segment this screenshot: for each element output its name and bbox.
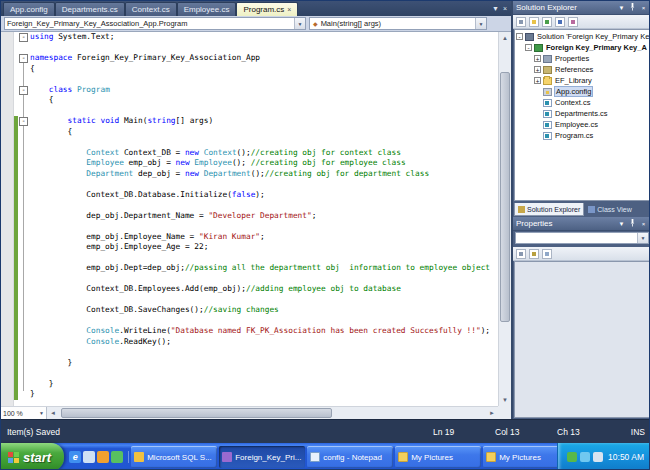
expand-icon[interactable]: +: [534, 66, 541, 73]
volume-icon[interactable]: [593, 452, 603, 462]
code-line: [30, 221, 498, 232]
editor-area: App.configDepartments.csContext.csEmploy…: [1, 1, 511, 419]
code-line: dep_obj.Department_Name = "Developer Dep…: [30, 211, 498, 222]
horizontal-scrollbar[interactable]: ◄ ►: [47, 407, 498, 419]
solution-tree: -Solution 'Foreign Key_Primary Key_A-For…: [514, 29, 650, 201]
window-position-icon[interactable]: ▼: [617, 5, 626, 11]
tree-item-context-cs[interactable]: Context.cs: [515, 97, 649, 108]
zoom-control[interactable]: 100 % ▼: [1, 407, 47, 419]
task-button-foreign-key-pri-[interactable]: Foreign_Key_Pri...: [219, 446, 305, 468]
horizontal-scroll-thumb[interactable]: [61, 408, 332, 418]
tab-departments-cs[interactable]: Departments.cs: [55, 2, 125, 16]
task-button-label: Foreign_Key_Pri...: [235, 453, 301, 462]
code-line: {: [30, 64, 498, 75]
auto-hide-pin-icon[interactable]: [628, 219, 637, 228]
solution-explorer-titlebar[interactable]: Solution Explorer ▼ ×: [513, 1, 650, 15]
start-button[interactable]: start: [1, 443, 64, 470]
task-button-config-notepad[interactable]: config - Notepad: [307, 446, 393, 468]
tree-item-departments-cs[interactable]: Departments.cs: [515, 108, 649, 119]
properties-toolbar: [513, 247, 650, 261]
sql-server-icon: [134, 452, 144, 462]
member-dropdown[interactable]: ◆ Main(string[] args) ▼: [309, 17, 487, 30]
properties-object-dropdown[interactable]: ▼: [515, 232, 649, 244]
csfile-icon: [543, 121, 552, 129]
document-tabs: App.configDepartments.csContext.csEmploy…: [1, 1, 488, 16]
categorized-icon[interactable]: [516, 249, 526, 259]
properties-grid: [514, 261, 650, 418]
properties-titlebar[interactable]: Properties ▼ ×: [513, 217, 650, 231]
scroll-right-icon[interactable]: ►: [486, 407, 498, 419]
window-position-icon[interactable]: ▼: [617, 221, 626, 227]
tree-item-employee-cs[interactable]: Employee.cs: [515, 119, 649, 130]
taskbar: start e Microsoft SQL S...Foreign_Key_Pr…: [1, 443, 650, 470]
close-icon[interactable]: ×: [639, 221, 648, 227]
tree-item-label: References: [554, 65, 594, 74]
vertical-scroll-thumb[interactable]: [500, 72, 510, 322]
network-icon[interactable]: [580, 452, 590, 462]
properties-title: Properties: [516, 219, 615, 228]
expand-icon[interactable]: +: [534, 55, 541, 62]
view-designer-icon[interactable]: [568, 17, 578, 27]
collapse-region-icon[interactable]: -: [19, 117, 28, 126]
tab-employee-cs[interactable]: Employee.cs: [177, 2, 237, 16]
horizontal-scrollbar-row: 100 % ▼ ◄ ►: [1, 406, 498, 419]
collapse-icon[interactable]: -: [516, 33, 523, 40]
view-code-icon[interactable]: [555, 17, 565, 27]
internet-explorer-icon[interactable]: e: [69, 451, 81, 463]
config-icon: [543, 88, 552, 96]
windows-media-player-icon[interactable]: [97, 451, 109, 463]
expand-icon[interactable]: +: [534, 77, 541, 84]
tab-label: Employee.cs: [184, 5, 230, 14]
fold-gutter[interactable]: ----: [18, 32, 30, 406]
csfile-icon: [543, 132, 552, 140]
close-icon[interactable]: ×: [639, 5, 648, 11]
show-desktop-icon[interactable]: [83, 451, 95, 463]
code-line: [30, 179, 498, 190]
close-tab-icon[interactable]: ×: [287, 6, 291, 13]
code-line: using System.Text;: [30, 32, 498, 43]
collapse-region-icon[interactable]: -: [19, 33, 28, 42]
scroll-down-icon[interactable]: ▼: [499, 394, 511, 406]
solution-explorer-title: Solution Explorer: [516, 3, 615, 12]
security-shield-icon[interactable]: [567, 452, 577, 462]
folder-icon: [543, 77, 552, 85]
breakpoint-margin[interactable]: [1, 32, 14, 406]
task-button-microsoft-sql-s-[interactable]: Microsoft SQL S...: [131, 446, 217, 468]
code-editor[interactable]: ---- using System.Text; namespace Foreig…: [1, 32, 511, 419]
tab-context-cs[interactable]: Context.cs: [125, 2, 177, 16]
property-pages-icon[interactable]: [542, 249, 552, 259]
tree-item-ef-library[interactable]: +EF_Library: [515, 75, 649, 86]
collapse-region-icon[interactable]: -: [19, 54, 28, 63]
type-dropdown[interactable]: Foreign_Key_Primary_Key_Association_App.…: [4, 17, 306, 30]
msn-messenger-icon[interactable]: [111, 451, 123, 463]
tab-label: Departments.cs: [62, 5, 118, 14]
tab-app-config[interactable]: App.config: [3, 2, 55, 16]
tab-list-chevron-icon[interactable]: ▼: [492, 5, 499, 12]
tree-item-properties[interactable]: +Properties: [515, 53, 649, 64]
tree-item-references[interactable]: +References: [515, 64, 649, 75]
tree-item-foreign-key-primary-key-a[interactable]: -Foreign Key_Primary Key_A: [515, 42, 649, 53]
tree-item-program-cs[interactable]: Program.cs: [515, 130, 649, 141]
status-character-number: Ch 13: [557, 427, 619, 437]
tool-tab-solution-explorer[interactable]: Solution Explorer: [514, 203, 584, 216]
tool-tab-class-view[interactable]: Class View: [585, 203, 635, 216]
alphabetical-icon[interactable]: [529, 249, 539, 259]
close-document-icon[interactable]: ×: [503, 5, 507, 12]
references-icon: [543, 66, 552, 74]
collapse-region-icon[interactable]: -: [19, 86, 28, 95]
tabstrip-buttons: ▼ ×: [488, 1, 511, 16]
scroll-up-icon[interactable]: ▲: [499, 32, 511, 44]
show-all-files-icon[interactable]: [529, 17, 539, 27]
tree-item-app-config[interactable]: App.config: [515, 86, 649, 97]
tree-item-label: EF_Library: [554, 76, 593, 85]
vertical-scrollbar[interactable]: ▲ ▼: [498, 32, 511, 406]
collapse-icon[interactable]: -: [525, 44, 532, 51]
task-button-my-pictures[interactable]: My Pictures: [483, 446, 557, 468]
auto-hide-pin-icon[interactable]: [628, 3, 637, 12]
task-button-my-pictures[interactable]: My Pictures: [395, 446, 481, 468]
tree-item-solution-foreign-key-primary-key-a[interactable]: -Solution 'Foreign Key_Primary Key_A: [515, 31, 649, 42]
properties-icon[interactable]: [516, 17, 526, 27]
tab-program-cs[interactable]: Program.cs×: [236, 2, 298, 16]
scroll-left-icon[interactable]: ◄: [47, 407, 59, 419]
refresh-icon[interactable]: [542, 17, 552, 27]
